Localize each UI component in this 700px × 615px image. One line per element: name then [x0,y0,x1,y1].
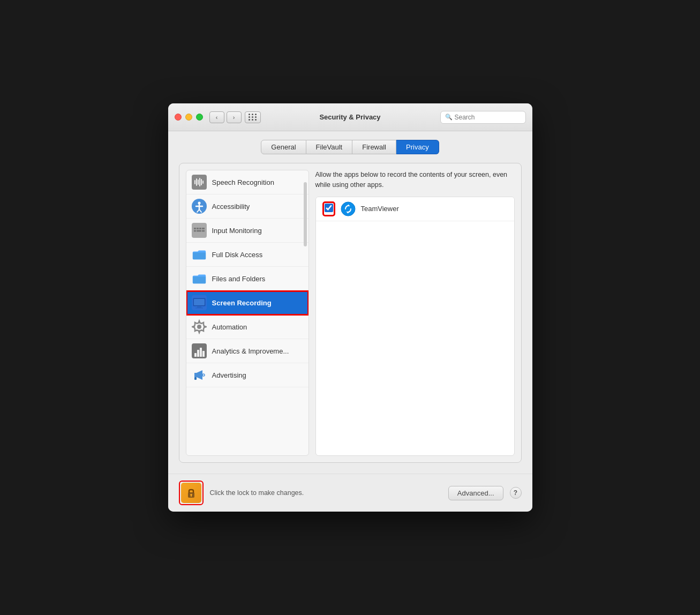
teamviewer-checkbox[interactable] [325,204,333,212]
svg-rect-41 [191,496,192,497]
svg-point-25 [197,325,201,329]
tabs: General FileVault Firewall Privacy [179,140,522,154]
svg-rect-5 [202,181,204,184]
svg-rect-32 [194,377,197,380]
svg-rect-28 [197,350,199,357]
titlebar: ‹ › Security & Privacy 🔍 [168,103,532,131]
sidebar-item-label: Advertising [212,371,246,379]
svg-rect-22 [194,299,205,305]
svg-rect-18 [197,230,201,232]
svg-rect-15 [199,228,201,229]
sidebar-item-screen-recording[interactable]: Screen Recording [186,291,308,315]
folder-files-icon [192,271,207,286]
sidebar-item-label: Analytics & Improveme... [212,347,289,355]
folder-full-disk-icon [192,247,207,262]
search-icon: 🔍 [445,114,453,121]
sidebar-item-label: Full Disk Access [212,251,263,259]
svg-rect-14 [197,228,199,229]
svg-rect-17 [194,230,196,232]
sidebar-item-label: Automation [212,323,247,331]
sidebar-item-label: Speech Recognition [212,178,274,186]
sidebar-list: Speech Recognition [186,170,308,455]
tab-firewall[interactable]: Firewall [352,140,396,154]
svg-rect-16 [202,228,205,229]
close-button[interactable] [175,114,182,121]
sidebar-item-speech-recognition[interactable]: Speech Recognition [186,170,308,194]
traffic-lights [175,114,203,121]
sidebar-item-automation[interactable]: Automation [186,315,308,339]
input-icon [192,223,207,238]
teamviewer-icon [341,201,356,216]
grid-icon [249,114,257,121]
minimize-button[interactable] [185,114,192,121]
scrollbar-thumb[interactable] [304,182,307,246]
nav-buttons: ‹ › [209,111,242,123]
lock-icon [181,483,201,503]
advertising-icon [192,368,207,382]
analytics-icon [192,343,207,358]
svg-rect-30 [202,351,205,357]
svg-rect-23 [197,306,201,308]
window-title: Security & Privacy [319,113,380,121]
screen-recording-icon [192,295,207,310]
lock-text: Click the lock to make changes. [210,489,442,497]
sidebar-item-label: Files and Folders [212,275,266,283]
table-row: TeamViewer [316,197,514,221]
svg-rect-4 [201,179,202,185]
apps-list-container: TeamViewer [315,197,515,456]
back-button[interactable]: ‹ [209,111,224,123]
help-button[interactable]: ? [510,487,522,499]
right-panel: Allow the apps below to record the conte… [315,170,515,456]
sidebar-item-accessibility[interactable]: Accessibility [186,194,308,219]
tab-privacy[interactable]: Privacy [396,140,439,154]
sidebar-item-label: Accessibility [212,202,250,211]
svg-point-33 [202,374,205,376]
content-area: General FileVault Firewall Privacy [168,131,532,474]
svg-rect-24 [195,308,203,309]
sidebar-item-full-disk-access[interactable]: Full Disk Access [186,243,308,267]
forward-button[interactable]: › [227,111,242,123]
svg-rect-27 [194,353,197,357]
svg-rect-0 [194,180,195,184]
teamviewer-checkbox-highlight [322,201,335,216]
gear-icon [192,319,207,334]
svg-rect-19 [202,230,205,232]
sidebar-item-label: Screen Recording [212,299,272,307]
svg-rect-13 [194,228,196,229]
bottom-bar: Click the lock to make changes. Advanced… [168,474,532,512]
main-panel: Speech Recognition [179,163,522,463]
tab-general[interactable]: General [261,140,306,154]
sidebar-item-label: Input Monitoring [212,227,262,235]
window: ‹ › Security & Privacy 🔍 General FileVau… [168,103,532,512]
advanced-button[interactable]: Advanced... [448,486,503,500]
svg-rect-3 [199,178,200,186]
accessibility-icon [192,199,207,214]
sidebar-item-files-and-folders[interactable]: Files and Folders [186,267,308,291]
sidebar-item-analytics[interactable]: Analytics & Improveme... [186,339,308,363]
search-input[interactable] [455,114,521,121]
sidebar-item-input-monitoring[interactable]: Input Monitoring [186,219,308,243]
lock-button-container[interactable] [179,481,204,505]
app-name: TeamViewer [361,205,399,213]
sidebar: Speech Recognition [186,170,309,456]
grid-view-button[interactable] [245,111,261,123]
tab-filevault[interactable]: FileVault [306,140,353,154]
sidebar-item-advertising[interactable]: Advertising [186,363,308,387]
panel-description: Allow the apps below to record the conte… [315,170,515,190]
svg-rect-2 [198,179,199,185]
search-box[interactable]: 🔍 [440,111,526,124]
maximize-button[interactable] [196,114,203,121]
speech-icon [192,175,207,190]
svg-rect-1 [196,178,197,186]
svg-marker-31 [194,373,197,377]
scrollbar-track[interactable] [303,170,307,455]
svg-rect-29 [200,348,202,357]
